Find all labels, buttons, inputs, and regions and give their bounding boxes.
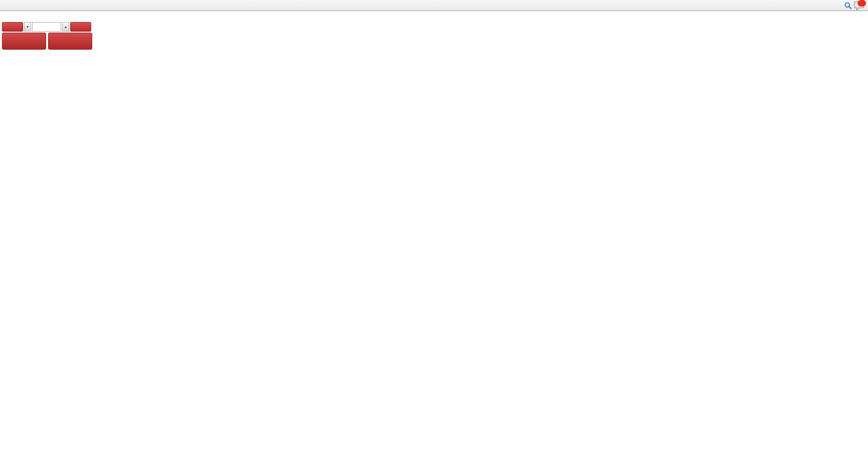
search-icon[interactable] (843, 1, 853, 11)
toolbar-right (843, 0, 865, 11)
notifications-icon[interactable] (853, 1, 865, 11)
buy-price-button[interactable] (48, 33, 92, 50)
chart-ohlc-header (3, 13, 15, 19)
sell-button[interactable] (2, 22, 23, 32)
volume-decrease-button[interactable]: ▼ (24, 22, 31, 32)
volume-increase-button[interactable]: ▲ (62, 22, 69, 32)
sell-price-button[interactable] (2, 33, 46, 50)
one-click-trade-panel: ▼ ▲ (2, 22, 92, 50)
volume-input[interactable] (32, 22, 61, 32)
top-toolbar (0, 0, 868, 11)
mt4-window: ▼ ▲ (0, 0, 868, 474)
chart-canvas[interactable] (0, 0, 868, 474)
buy-button[interactable] (70, 22, 91, 32)
notification-badge (857, 0, 866, 7)
